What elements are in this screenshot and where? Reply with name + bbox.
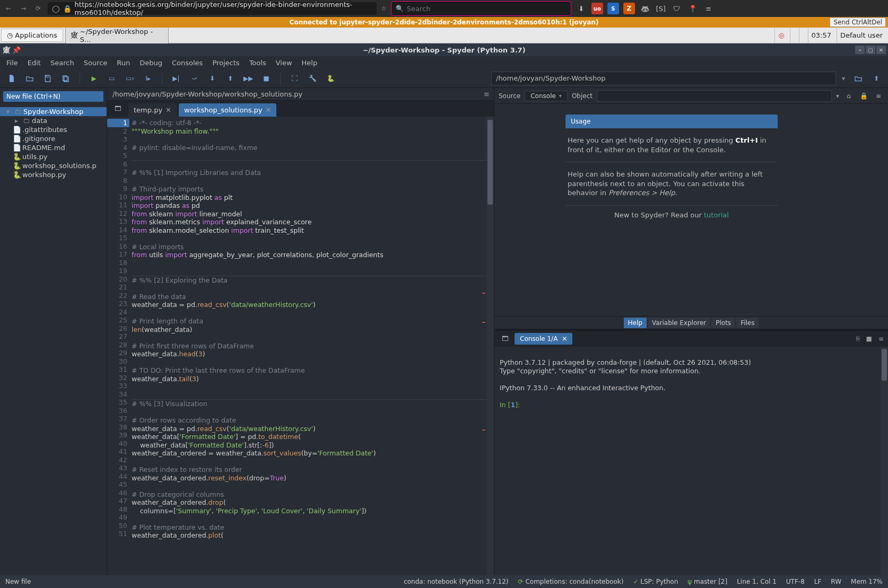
console-options-icon[interactable]: ≡ <box>878 335 884 343</box>
ext-shield-icon[interactable]: 🛡 <box>671 3 683 14</box>
project-root[interactable]: ▾ 🗀 Spyder-Workshop <box>0 107 107 116</box>
bookmark-star-icon[interactable]: ☆ <box>381 5 387 12</box>
run-cell-icon[interactable]: ▭ <box>105 71 119 86</box>
file-.gitignore[interactable]: 📄.gitignore <box>0 134 107 143</box>
step-out-icon[interactable]: ⬆ <box>223 71 238 86</box>
search-input[interactable] <box>407 5 567 13</box>
cwd-dropdown-icon[interactable]: ▾ <box>839 75 848 82</box>
ext-bracket-icon[interactable]: [S] <box>655 3 667 14</box>
dock-tab-help[interactable]: Help <box>624 318 647 328</box>
editor-options-icon[interactable]: ≡ <box>484 90 490 98</box>
dock-tab-files[interactable]: Files <box>736 318 759 328</box>
console-scrollbar[interactable] <box>881 347 888 588</box>
maximize-pane-icon[interactable]: ⛶ <box>287 71 302 86</box>
menu-help[interactable]: Help <box>298 57 322 68</box>
file-utils.py[interactable]: 🐍utils.py <box>0 152 107 161</box>
ipython-console[interactable]: Python 3.7.12 | packaged by conda-forge … <box>494 347 888 588</box>
pin-icon[interactable]: 📌 <box>12 46 21 54</box>
menu-projects[interactable]: Projects <box>208 57 243 68</box>
file-data[interactable]: ▸🗀data <box>0 116 107 125</box>
help-source-combo[interactable]: Console <box>525 91 568 101</box>
run-icon[interactable]: ▶ <box>86 71 101 86</box>
applications-menu[interactable]: ◷ Applications <box>1 29 63 42</box>
help-object-input[interactable] <box>597 90 832 102</box>
console-stop-icon[interactable]: ■ <box>866 335 872 343</box>
close-icon[interactable]: ✕ <box>562 335 567 343</box>
menu-tools[interactable]: Tools <box>245 57 271 68</box>
editor-home-icon[interactable]: 🗔 <box>111 102 124 115</box>
help-home-icon[interactable]: ⌂ <box>843 92 854 100</box>
menu-edit[interactable]: Edit <box>23 57 45 68</box>
cwd-parent-icon[interactable]: ⬆ <box>869 71 884 86</box>
console-tab[interactable]: Console 1/A✕ <box>515 333 572 345</box>
forward-icon[interactable]: → <box>18 3 29 14</box>
console-interrupt-icon[interactable]: ⎘ <box>856 335 860 343</box>
status-1[interactable]: ⟳ Completions: conda(notebook) <box>518 578 624 585</box>
browser-search[interactable]: 🔍 <box>391 1 571 16</box>
ublock-icon[interactable]: uo <box>591 3 603 14</box>
menu-run[interactable]: Run <box>112 57 134 68</box>
close-button[interactable]: ✕ <box>876 46 886 54</box>
minimize-button[interactable]: – <box>855 46 865 54</box>
status-0[interactable]: conda: notebook (Python 3.7.12) <box>404 578 508 585</box>
status-2[interactable]: ✓ LSP: Python <box>633 578 678 585</box>
console-home-icon[interactable]: 🗔 <box>499 332 511 345</box>
ext-badger-icon[interactable]: 🦝 <box>639 3 651 14</box>
status-7[interactable]: RW <box>831 578 841 585</box>
run-cell-advance-icon[interactable]: ▭› <box>123 71 137 86</box>
help-lock-icon[interactable]: 🔒 <box>858 92 869 100</box>
step-over-icon[interactable]: ⤻ <box>187 71 202 86</box>
ext-s-icon[interactable]: S <box>607 3 619 14</box>
back-icon[interactable]: ← <box>3 3 14 14</box>
editor-scrollbar[interactable] <box>486 117 494 588</box>
file-.gitattributes[interactable]: 📄.gitattributes <box>0 125 107 134</box>
step-into-icon[interactable]: ⬇ <box>205 71 220 86</box>
menu-file[interactable]: File <box>2 57 22 68</box>
menu-consoles[interactable]: Consoles <box>168 57 207 68</box>
close-icon[interactable]: ✕ <box>166 106 171 114</box>
stop-debug-icon[interactable]: ■ <box>259 71 274 86</box>
preferences-icon[interactable]: 🔧 <box>305 71 320 86</box>
dock-tab-variable-explorer[interactable]: Variable Explorer <box>648 318 710 328</box>
tray-indicator[interactable]: ◎ <box>774 28 787 43</box>
status-4[interactable]: Line 1, Col 1 <box>737 578 777 585</box>
save-file-icon[interactable] <box>40 71 55 86</box>
editor-tab-workshop_solutions.py[interactable]: workshop_solutions.py✕ <box>179 103 276 117</box>
debug-icon[interactable]: ▶| <box>169 71 184 86</box>
new-file-icon[interactable] <box>4 71 19 86</box>
browse-cwd-icon[interactable] <box>851 71 866 86</box>
close-icon[interactable]: ✕ <box>266 106 272 114</box>
status-8[interactable]: Mem 17% <box>851 578 883 585</box>
url-bar[interactable]: ◯ 🔒 https://notebooks.gesis.org/binder/j… <box>48 2 377 15</box>
menu-view[interactable]: View <box>272 57 297 68</box>
python-path-icon[interactable]: 🐍 <box>323 71 338 86</box>
taskbar-window-button[interactable]: 🕸 ~/Spyder-Workshop - S... <box>65 25 169 46</box>
help-object-dropdown-icon[interactable]: ▾ <box>836 92 839 100</box>
menu-icon[interactable]: ≡ <box>703 3 715 14</box>
menu-source[interactable]: Source <box>80 57 112 68</box>
working-directory-input[interactable]: /home/jovyan/Spyder-Workshop <box>491 72 836 85</box>
help-options-icon[interactable]: ≡ <box>873 92 884 100</box>
reload-icon[interactable]: ⟳ <box>33 3 43 14</box>
maximize-button[interactable]: ▢ <box>866 46 875 54</box>
ext-z-icon[interactable]: Z <box>623 3 635 14</box>
save-all-icon[interactable] <box>58 71 73 86</box>
file-README.md[interactable]: 📄README.md <box>0 143 107 152</box>
ext-push-icon[interactable]: 📍 <box>687 3 699 14</box>
status-6[interactable]: LF <box>814 578 822 585</box>
menu-search[interactable]: Search <box>46 57 79 68</box>
dock-tab-plots[interactable]: Plots <box>711 318 735 328</box>
status-5[interactable]: UTF-8 <box>786 578 805 585</box>
tutorial-link[interactable]: tutorial <box>704 211 729 219</box>
download-icon[interactable]: ⬇ <box>576 3 587 14</box>
open-file-icon[interactable] <box>22 71 37 86</box>
status-3[interactable]: ψ master [2] <box>687 578 727 585</box>
editor-tab-temp.py[interactable]: temp.py✕ <box>128 103 177 117</box>
continue-icon[interactable]: ▶▶ <box>241 71 256 86</box>
menu-debug[interactable]: Debug <box>135 57 167 68</box>
user-label[interactable]: Default user <box>837 28 886 43</box>
run-selection-icon[interactable]: I▸ <box>141 71 155 86</box>
send-ctrlaltdel-button[interactable]: Send CtrlAltDel <box>830 17 886 27</box>
code-editor[interactable]: 1234567891011121314151617181920212223242… <box>107 117 494 588</box>
file-workshop_solutions.p[interactable]: 🐍workshop_solutions.p <box>0 161 107 170</box>
